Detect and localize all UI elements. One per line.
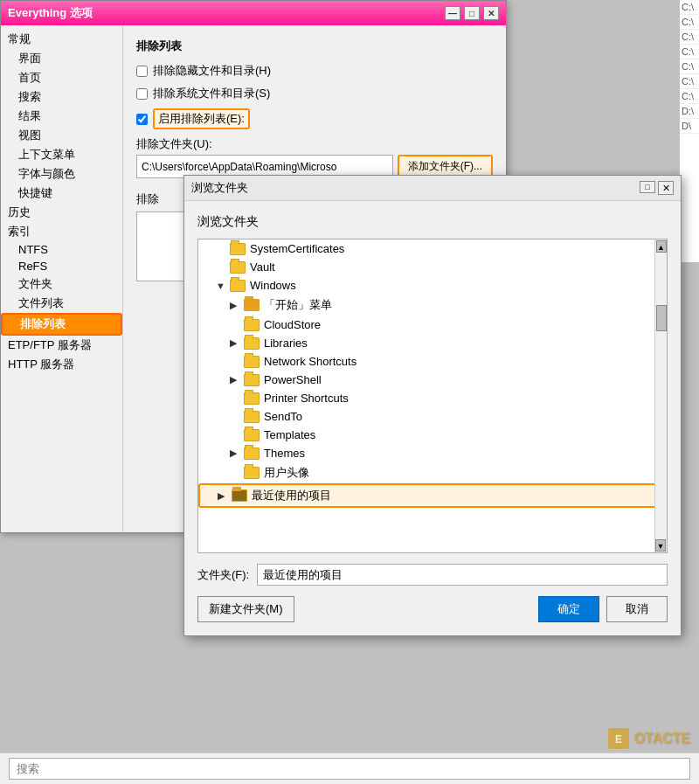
title-bar-buttons: — □ ✕ [445, 6, 499, 20]
folder-icon-start-menu [244, 299, 260, 311]
bg-item-2: C:\ [680, 15, 699, 30]
tree-label-recent: 最近使用的项目 [252, 488, 331, 503]
tree-item-powershell[interactable]: ▶ PowerShell [198, 371, 667, 389]
browse-title-icon: □ [640, 181, 655, 193]
scroll-down-btn[interactable]: ▼ [655, 539, 666, 552]
folder-text-input[interactable] [257, 564, 668, 586]
tree-expand-icon-powershell: ▶ [230, 374, 244, 385]
browse-title-buttons: □ ✕ [640, 181, 674, 195]
folder-label: 文件夹(F): [197, 567, 250, 583]
sidebar-item-ui[interactable]: 界面 [1, 49, 122, 68]
sidebar-item-folder[interactable]: 文件夹 [1, 274, 122, 294]
browse-bottom: 新建文件夹(M) 确定 取消 [197, 596, 668, 622]
bg-item-3: C:\ [680, 30, 699, 45]
tree-label-powershell: PowerShell [264, 373, 322, 386]
folder-icon-themes [244, 448, 260, 460]
browse-close-button[interactable]: ✕ [658, 181, 674, 195]
sidebar-item-ntfs[interactable]: NTFS [1, 241, 122, 258]
exclude-folders-row: 排除文件夹(U): 添加文件夹(F)... [136, 136, 493, 178]
checkbox-row-system: 排除系统文件和目录(S) [136, 86, 493, 101]
right-bg-panel: C:\ C:\ C:\ C:\ C:\ C:\ C:\ D:\ D\ [680, 0, 699, 262]
folder-icon-systemcerts [230, 243, 246, 255]
folder-icon-printer-shortcuts [244, 392, 260, 405]
tree-item-start-menu[interactable]: ▶ 「开始」菜单 [198, 295, 667, 316]
sidebar-item-etp-ftp[interactable]: ETP/FTP 服务器 [1, 336, 122, 355]
checkbox-row-hidden: 排除隐藏文件和目录(H) [136, 63, 493, 79]
folder-icon-user-avatar [244, 467, 260, 479]
sidebar-item-history[interactable]: 历史 [1, 203, 122, 222]
sidebar-item-exclude-list[interactable]: 排除列表 [1, 313, 122, 336]
sidebar-item-index[interactable]: 索引 [1, 222, 122, 241]
tree-expand-icon-libraries: ▶ [230, 337, 244, 349]
minimize-button[interactable]: — [445, 6, 460, 20]
checkbox-enable-exclude[interactable] [136, 114, 148, 125]
close-button[interactable]: ✕ [483, 6, 499, 20]
cancel-button[interactable]: 取消 [606, 596, 668, 622]
sidebar-item-file-list[interactable]: 文件列表 [1, 294, 122, 313]
watermark-text: OTACTE [633, 731, 690, 746]
tree-item-sendto[interactable]: SendTo [198, 407, 667, 426]
sidebar-item-view[interactable]: 视图 [1, 126, 122, 145]
new-folder-button[interactable]: 新建文件夹(M) [197, 596, 294, 622]
tree-expand-icon-themes: ▶ [230, 448, 244, 459]
browse-title-bar: 浏览文件夹 □ ✕ [184, 176, 681, 201]
maximize-button[interactable]: □ [464, 6, 480, 20]
tree-item-printer-shortcuts[interactable]: Printer Shortcuts [198, 389, 667, 407]
sidebar-item-results[interactable]: 结果 [1, 107, 122, 126]
tree-item-templates[interactable]: Templates [198, 426, 667, 444]
folder-icon-cloudstore [244, 319, 260, 331]
tree-label-sendto: SendTo [264, 410, 302, 423]
checkbox-hidden-files[interactable] [136, 66, 148, 77]
checkbox-row-enable: 启用排除列表(E): [136, 108, 493, 129]
folder-icon-sendto [244, 411, 260, 423]
tree-item-user-avatar[interactable]: 用户头像 [198, 462, 667, 483]
sidebar-item-shortcuts[interactable]: 快捷键 [1, 184, 122, 203]
tree-item-libraries[interactable]: ▶ Libraries [198, 334, 667, 352]
tree-container[interactable]: SystemCertificates Vault ▼ Windows ▶ 「开始… [197, 239, 668, 553]
sidebar-item-home[interactable]: 首页 [1, 68, 122, 87]
sidebar-item-context-menu[interactable]: 上下文菜单 [1, 145, 122, 164]
tree-scrollbar[interactable]: ▲ ▼ [654, 239, 667, 552]
tree-label-printer-shortcuts: Printer Shortcuts [264, 392, 349, 405]
bg-item-7: C:\ [680, 89, 699, 104]
checkbox-system-label: 排除系统文件和目录(S) [153, 86, 270, 101]
sidebar-item-general[interactable]: 常规 [1, 30, 122, 49]
browse-dialog: 浏览文件夹 □ ✕ 浏览文件夹 SystemCertificates Vault… [183, 175, 682, 636]
folder-input-row: 文件夹(F): [197, 564, 668, 586]
sidebar-item-refs[interactable]: ReFS [1, 258, 122, 274]
tree-item-vault[interactable]: Vault [198, 258, 667, 276]
checkbox-system-files[interactable] [136, 88, 148, 100]
tree-item-cloudstore[interactable]: CloudStore [198, 316, 667, 334]
bg-item-5: C:\ [680, 59, 699, 74]
folder-icon-libraries [244, 337, 260, 350]
tree-item-recent[interactable]: ▶ 最近使用的项目 [198, 483, 667, 508]
tree-expand-icon-start: ▶ [230, 300, 244, 311]
sidebar: 常规 界面 首页 搜索 结果 视图 上下文菜单 字体与颜色 快捷键 历史 索引 … [1, 25, 123, 532]
search-input[interactable] [9, 758, 690, 780]
bg-item-4: C:\ [680, 45, 699, 59]
sidebar-item-http[interactable]: HTTP 服务器 [1, 355, 122, 374]
tree-label-network-shortcuts: Network Shortcuts [264, 355, 356, 368]
tree-label-templates: Templates [264, 428, 315, 441]
bg-item-1: C:\ [680, 0, 699, 15]
scroll-thumb[interactable] [656, 305, 667, 331]
tree-label-start-menu: 「开始」菜单 [264, 297, 332, 313]
ok-button[interactable]: 确定 [538, 596, 599, 622]
tree-expand-icon-windows: ▼ [216, 281, 230, 291]
sidebar-item-search[interactable]: 搜索 [1, 87, 122, 107]
scroll-up-btn[interactable]: ▲ [656, 240, 667, 253]
tree-item-network-shortcuts[interactable]: Network Shortcuts [198, 352, 667, 371]
exclude-files-label: 排除 [136, 192, 159, 205]
section-title: 排除列表 [136, 38, 493, 54]
bg-item-6: C:\ [680, 74, 699, 89]
checkbox-hidden-label: 排除隐藏文件和目录(H) [153, 63, 271, 79]
tree-item-windows[interactable]: ▼ Windows [198, 276, 667, 295]
folder-icon-network-shortcuts [244, 356, 260, 368]
folder-icon-windows [230, 280, 246, 292]
sidebar-item-font-color[interactable]: 字体与颜色 [1, 164, 122, 184]
tree-item-themes[interactable]: ▶ Themes [198, 444, 667, 462]
tree-item-systemcerts[interactable]: SystemCertificates [198, 239, 667, 258]
tree-label-libraries: Libraries [264, 336, 308, 350]
bg-item-9: D\ [680, 119, 699, 134]
tree-label-themes: Themes [264, 447, 305, 460]
